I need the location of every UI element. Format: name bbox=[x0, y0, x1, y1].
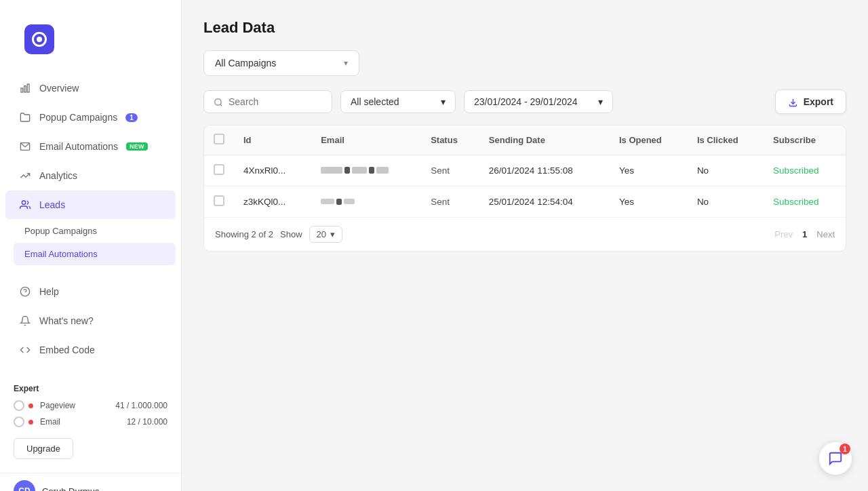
search-input[interactable] bbox=[229, 96, 322, 107]
sidebar-item-help-label: Help bbox=[39, 286, 59, 297]
row1-email-preview bbox=[321, 167, 412, 174]
row2-id-value: z3kKQl0... bbox=[243, 197, 285, 207]
row2-status: Sent bbox=[421, 186, 479, 217]
chat-button[interactable]: 1 bbox=[819, 442, 852, 475]
campaigns-dropdown[interactable]: All Campaigns ▾ bbox=[203, 50, 359, 76]
pageview-status-dot bbox=[28, 404, 33, 408]
chart-bar-icon bbox=[19, 82, 31, 94]
chevron-down-show-icon: ▾ bbox=[330, 229, 335, 239]
chevron-down-status-icon: ▾ bbox=[441, 96, 446, 107]
sidebar-item-popup-campaigns[interactable]: Popup Campaigns 1 bbox=[5, 103, 176, 132]
current-page[interactable]: 1 bbox=[802, 229, 807, 239]
show-select-value: 20 bbox=[317, 229, 326, 239]
show-select-dropdown[interactable]: 20 ▾ bbox=[309, 226, 342, 243]
bell-icon bbox=[19, 315, 31, 327]
users-icon bbox=[19, 199, 31, 211]
row1-clicked-value: No bbox=[697, 165, 709, 176]
email-block2-3 bbox=[344, 199, 355, 204]
chat-badge-count: 1 bbox=[840, 444, 850, 454]
row1-subscribe: Subscribed bbox=[764, 155, 846, 186]
next-button[interactable]: Next bbox=[816, 229, 835, 239]
footer-right: Prev 1 Next bbox=[774, 229, 835, 239]
col-id: Id bbox=[234, 125, 311, 155]
row1-checkbox-cell bbox=[204, 155, 234, 186]
row1-opened-value: Yes bbox=[619, 165, 634, 176]
chevron-down-icon: ▾ bbox=[344, 58, 348, 68]
row1-date-value: 26/01/2024 11:55:08 bbox=[489, 165, 573, 176]
sub-nav-email-automations[interactable]: Email Automations bbox=[14, 243, 176, 265]
trending-icon bbox=[19, 170, 31, 182]
sidebar-item-whats-new[interactable]: What's new? bbox=[5, 307, 176, 335]
svg-point-4 bbox=[22, 201, 25, 204]
main-nav: Overview Popup Campaigns 1 Email Automat… bbox=[0, 73, 181, 266]
sub-nav-email-automations-label: Email Automations bbox=[24, 249, 98, 259]
user-name: Çoruh Durmuş bbox=[42, 486, 100, 492]
date-filter-dropdown[interactable]: 23/01/2024 - 29/01/2024 ▾ bbox=[464, 90, 613, 113]
filters-row: All selected ▾ 23/01/2024 - 29/01/2024 ▾… bbox=[203, 90, 846, 114]
col-status: Status bbox=[421, 125, 479, 155]
svg-point-7 bbox=[215, 99, 221, 105]
pageview-usage-row: Pageview 41 / 1.000.000 bbox=[14, 400, 167, 411]
row1-is-opened: Yes bbox=[610, 155, 688, 186]
popup-campaigns-badge: 1 bbox=[125, 113, 138, 122]
col-sending-date: Sending Date bbox=[479, 125, 610, 155]
col-subscribe: Subscribe bbox=[764, 125, 846, 155]
row1-checkbox[interactable] bbox=[214, 164, 224, 175]
sub-nav-popup-campaigns[interactable]: Popup Campaigns bbox=[14, 220, 176, 242]
export-button[interactable]: Export bbox=[775, 90, 846, 114]
row1-status-value: Sent bbox=[431, 165, 450, 176]
row2-checkbox[interactable] bbox=[214, 195, 224, 206]
svg-rect-1 bbox=[24, 86, 26, 92]
sidebar-item-embed-code[interactable]: Embed Code bbox=[5, 336, 176, 364]
sidebar-item-leads[interactable]: Leads bbox=[5, 191, 176, 219]
svg-rect-0 bbox=[21, 88, 23, 92]
export-icon bbox=[788, 96, 798, 108]
email-block-5 bbox=[376, 167, 389, 174]
col-is-clicked: Is Clicked bbox=[688, 125, 764, 155]
email-block2-1 bbox=[321, 199, 334, 204]
sidebar-item-analytics[interactable]: Analytics bbox=[5, 161, 176, 190]
svg-rect-2 bbox=[27, 84, 29, 92]
sidebar-item-whats-new-label: What's new? bbox=[39, 315, 94, 326]
row2-subscribe-value: Subscribed bbox=[773, 197, 819, 207]
row1-email bbox=[311, 155, 421, 186]
date-filter-value: 23/01/2024 - 29/01/2024 bbox=[474, 96, 578, 107]
sidebar-item-popup-campaigns-label: Popup Campaigns bbox=[39, 112, 117, 123]
user-row[interactable]: ÇD Çoruh Durmuş bbox=[0, 473, 181, 491]
sidebar-item-help[interactable]: Help bbox=[5, 277, 176, 306]
row2-id: z3kKQl0... bbox=[234, 186, 311, 217]
search-icon bbox=[214, 96, 223, 107]
showing-text: Showing 2 of 2 bbox=[215, 229, 273, 239]
email-block-2 bbox=[344, 167, 350, 174]
avatar: ÇD bbox=[14, 480, 35, 491]
prev-button[interactable]: Prev bbox=[774, 229, 793, 239]
status-filter-value: All selected bbox=[351, 96, 399, 107]
row1-subscribe-value: Subscribed bbox=[773, 165, 819, 176]
row1-status: Sent bbox=[421, 155, 479, 186]
status-filter-dropdown[interactable]: All selected ▾ bbox=[340, 90, 456, 113]
app-logo[interactable] bbox=[0, 0, 181, 73]
pageview-dot-wrap bbox=[14, 400, 33, 411]
sidebar-item-embed-code-label: Embed Code bbox=[39, 345, 95, 355]
footer-left: Showing 2 of 2 Show 20 ▾ bbox=[215, 226, 342, 243]
upgrade-button[interactable]: Upgrade bbox=[14, 438, 73, 459]
code-icon bbox=[19, 344, 31, 356]
select-all-checkbox[interactable] bbox=[214, 134, 224, 144]
row2-email-preview bbox=[321, 199, 412, 205]
table-row: 4XnxRl0... Sent bbox=[204, 155, 846, 186]
email-block-3 bbox=[352, 167, 367, 174]
row2-clicked-value: No bbox=[697, 197, 709, 207]
email-block2-2 bbox=[336, 199, 342, 205]
row2-opened-value: Yes bbox=[619, 197, 634, 207]
col-is-opened: Is Opened bbox=[610, 125, 688, 155]
main-content: Lead Data All Campaigns ▾ All selected ▾… bbox=[182, 0, 868, 491]
sidebar-item-overview[interactable]: Overview bbox=[5, 74, 176, 102]
leads-table-wrap: Id Email Status Sending Date Is Opened I… bbox=[203, 125, 846, 252]
sidebar-item-email-automations[interactable]: Email Automations NEW bbox=[5, 132, 176, 161]
row1-id-value: 4XnxRl0... bbox=[243, 165, 285, 176]
row1-sending-date: 26/01/2024 11:55:08 bbox=[479, 155, 610, 186]
show-label: Show bbox=[280, 229, 302, 239]
email-radio bbox=[14, 416, 24, 427]
row2-is-opened: Yes bbox=[610, 186, 688, 217]
page-title: Lead Data bbox=[203, 19, 846, 37]
